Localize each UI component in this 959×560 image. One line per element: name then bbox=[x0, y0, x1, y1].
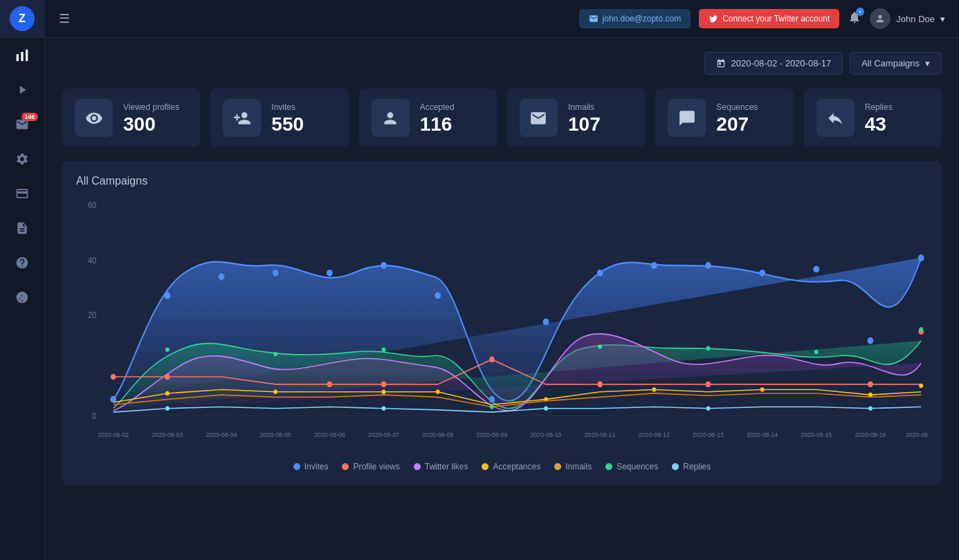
svg-point-55 bbox=[382, 390, 386, 395]
legend-replies-label: Replies bbox=[683, 462, 711, 472]
legend-twitter-dot bbox=[414, 463, 421, 470]
legend-acceptances: Acceptances bbox=[482, 462, 540, 472]
accepted-icon bbox=[372, 99, 410, 137]
sidebar-logo[interactable]: Z bbox=[0, 0, 45, 38]
svg-point-30 bbox=[219, 274, 224, 280]
legend-profile-views: Profile views bbox=[342, 462, 399, 472]
legend-profile-label: Profile views bbox=[353, 462, 399, 472]
user-name: John Doe bbox=[896, 14, 935, 24]
svg-point-48 bbox=[489, 357, 495, 363]
svg-point-49 bbox=[597, 382, 603, 388]
stat-info-replies: Replies 43 bbox=[865, 102, 893, 134]
svg-text:60: 60 bbox=[88, 201, 96, 210]
svg-text:2020-08-02: 2020-08-02 bbox=[98, 431, 129, 439]
legend-accept-dot bbox=[482, 463, 488, 470]
svg-text:40: 40 bbox=[88, 256, 96, 265]
sidebar-item-docs[interactable] bbox=[0, 211, 45, 245]
svg-point-44 bbox=[111, 374, 116, 380]
svg-text:2020-08-15: 2020-08-15 bbox=[801, 431, 832, 439]
chart-section: All Campaigns bbox=[62, 161, 942, 485]
svg-point-35 bbox=[489, 396, 495, 402]
svg-point-73 bbox=[706, 406, 711, 411]
email-label: john.doe@zopto.com bbox=[603, 14, 682, 24]
stat-label-viewed: Viewed profiles bbox=[123, 102, 179, 112]
svg-point-68 bbox=[814, 350, 819, 355]
legend-invites-dot bbox=[293, 463, 300, 470]
svg-text:2020-08-17: 2020-08-17 bbox=[906, 431, 928, 439]
svg-text:2020-08-05: 2020-08-05 bbox=[260, 431, 291, 439]
svg-point-45 bbox=[165, 374, 170, 380]
legend-seq-dot bbox=[605, 463, 612, 470]
topbar: ☰ john.doe@zopto.com Connect your Twitte… bbox=[45, 0, 959, 38]
svg-point-63 bbox=[273, 352, 277, 357]
svg-text:2020-08-07: 2020-08-07 bbox=[368, 431, 399, 439]
email-button[interactable]: john.doe@zopto.com bbox=[579, 9, 691, 28]
notification-button[interactable]: • bbox=[848, 10, 861, 28]
campaign-arrow: ▾ bbox=[925, 58, 930, 68]
svg-point-56 bbox=[436, 390, 440, 395]
filter-row: 2020-08-02 - 2020-08-17 All Campaigns ▾ bbox=[62, 52, 942, 75]
svg-text:2020-08-08: 2020-08-08 bbox=[422, 431, 453, 439]
legend-inmails-label: Inmails bbox=[565, 462, 592, 472]
sidebar-item-settings[interactable] bbox=[0, 142, 45, 176]
sidebar-item-help[interactable] bbox=[0, 245, 45, 280]
svg-rect-2 bbox=[26, 50, 28, 62]
svg-point-36 bbox=[543, 319, 549, 325]
sidebar-item-messages[interactable]: 146 bbox=[0, 107, 45, 142]
svg-point-40 bbox=[760, 270, 765, 276]
legend-sequences: Sequences bbox=[605, 462, 658, 472]
stat-info-accepted: Accepted 116 bbox=[420, 102, 455, 134]
legend-seq-label: Sequences bbox=[616, 462, 658, 472]
svg-point-59 bbox=[760, 387, 765, 392]
sidebar-item-analytics[interactable] bbox=[0, 38, 45, 73]
hamburger-menu[interactable]: ☰ bbox=[59, 11, 70, 26]
sidebar-item-launch[interactable] bbox=[0, 280, 45, 315]
stat-value-sequences: 207 bbox=[716, 115, 758, 134]
svg-point-62 bbox=[165, 348, 170, 353]
legend-replies: Replies bbox=[672, 462, 711, 472]
stats-row: Viewed profiles 300 Invites 550 Acce bbox=[62, 88, 942, 147]
stat-info-sequences: Sequences 207 bbox=[716, 102, 758, 134]
svg-point-38 bbox=[651, 263, 657, 269]
legend-inmails: Inmails bbox=[554, 462, 592, 472]
date-range-button[interactable]: 2020-08-02 - 2020-08-17 bbox=[704, 52, 843, 75]
invites-icon bbox=[223, 99, 261, 137]
sidebar-item-play[interactable] bbox=[0, 73, 45, 107]
stat-value-inmails: 107 bbox=[568, 115, 601, 134]
stat-card-invites: Invites 550 bbox=[210, 88, 348, 147]
legend-invites: Invites bbox=[293, 462, 329, 472]
sidebar: Z 146 bbox=[0, 0, 45, 560]
logo-icon: Z bbox=[10, 6, 35, 31]
stat-info-invites: Invites 550 bbox=[271, 102, 304, 134]
svg-point-65 bbox=[490, 404, 494, 409]
main-content-area: 2020-08-02 - 2020-08-17 All Campaigns ▾ … bbox=[45, 38, 959, 560]
chart-legend: Invites Profile views Twitter likes Acce… bbox=[76, 462, 928, 472]
campaign-filter-button[interactable]: All Campaigns ▾ bbox=[850, 52, 942, 75]
sidebar-item-cards[interactable] bbox=[0, 176, 45, 211]
stat-card-viewed-profiles: Viewed profiles 300 bbox=[62, 88, 200, 147]
svg-point-72 bbox=[544, 406, 548, 411]
stat-value-viewed: 300 bbox=[123, 115, 179, 134]
main-content: ☰ john.doe@zopto.com Connect your Twitte… bbox=[45, 0, 959, 560]
svg-point-31 bbox=[273, 270, 278, 276]
messages-badge: 146 bbox=[21, 113, 37, 121]
svg-point-47 bbox=[381, 382, 387, 388]
user-menu[interactable]: John Doe ▾ bbox=[870, 8, 945, 29]
svg-point-51 bbox=[868, 382, 873, 388]
twitter-button[interactable]: Connect your Twitter account bbox=[699, 9, 839, 28]
stat-label-invites: Invites bbox=[271, 102, 304, 112]
date-range-label: 2020-08-02 - 2020-08-17 bbox=[731, 58, 832, 68]
svg-text:0: 0 bbox=[92, 411, 96, 420]
svg-point-43 bbox=[918, 255, 924, 261]
legend-profile-dot bbox=[342, 463, 349, 470]
svg-point-58 bbox=[652, 387, 656, 392]
chart-area: 60 40 20 0 2020-08-02 2020-08-03 2020-08… bbox=[76, 198, 928, 454]
stat-card-replies: Replies 43 bbox=[804, 88, 942, 147]
svg-text:2020-08-04: 2020-08-04 bbox=[206, 431, 237, 439]
svg-rect-0 bbox=[17, 54, 19, 61]
chart-title: All Campaigns bbox=[76, 175, 928, 187]
svg-point-42 bbox=[868, 337, 873, 344]
svg-point-66 bbox=[598, 344, 602, 349]
stat-card-inmails: Inmails 107 bbox=[507, 88, 645, 147]
svg-text:2020-08-12: 2020-08-12 bbox=[639, 431, 670, 439]
